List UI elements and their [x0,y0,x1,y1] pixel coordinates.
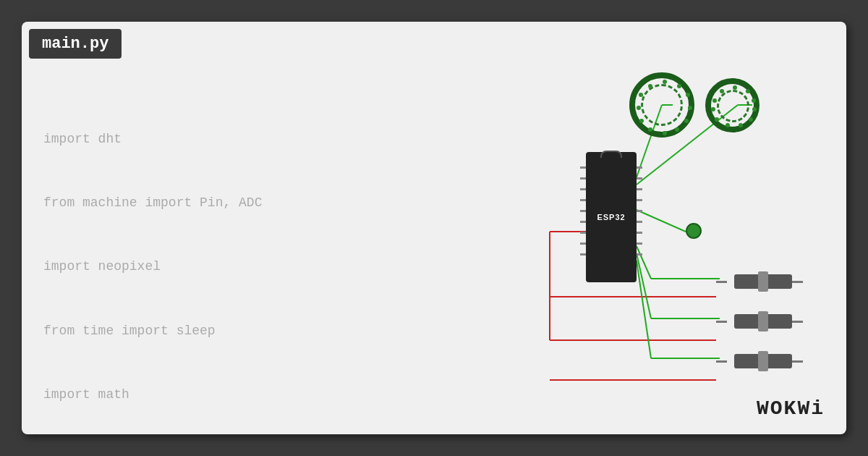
esp32-antenna [600,151,622,158]
esp32-pin [580,210,586,212]
ring-dot [677,84,681,88]
slider-2[interactable] [716,311,810,332]
slider-handle-2[interactable] [758,311,768,332]
wokwi-logo-text: WOKWi [757,397,825,420]
ring-dot [663,80,667,84]
ring-dot [746,89,750,93]
code-line-4: from time import sleep [43,321,333,342]
ring-dot [749,117,753,122]
ring-dot [637,106,641,110]
slider-pin [716,321,727,323]
slider-3[interactable] [716,351,810,371]
esp32-chip: ESP32 [586,152,637,282]
svg-line-7 [637,210,686,232]
ring-dot [711,107,715,111]
esp32-pin [580,253,586,256]
neopixel-ring-2 [705,78,760,132]
circuit-area: ESP32 [506,65,810,413]
neopixel-ring-1 [629,72,694,138]
slider-pin [792,281,803,283]
code-line-1: import dht [43,129,333,150]
slider-handle-1[interactable] [758,271,768,292]
esp32-pin [637,177,642,180]
code-line-2: from machine import Pin, ADC [43,193,333,214]
svg-line-12 [637,261,651,358]
esp32-pin [580,232,586,234]
slider-1[interactable] [716,271,810,292]
ring-dot [648,84,652,88]
esp32-pin [637,199,642,201]
code-line-5: import math [43,384,333,405]
ring-inner-2 [717,90,749,122]
title-bar: main.py [29,29,122,59]
main-card: main.py import dht from machine import P… [22,22,846,434]
button-component[interactable] [686,223,702,239]
code-line-3: import neopixel [43,256,333,277]
esp32-pin [580,166,586,169]
esp32-pin [580,242,586,245]
ring-dot [639,93,643,97]
ring-dot [715,117,719,122]
ring-dot [720,89,724,93]
ring-dot [752,107,757,111]
slider-body-3[interactable] [734,354,792,368]
slider-pin [716,281,727,283]
esp32-pin [637,253,642,256]
svg-line-8 [637,246,651,279]
esp32-pin [637,166,642,169]
title-text: main.py [42,35,109,53]
esp32-pin [637,232,642,234]
esp32-pin [637,210,642,212]
svg-line-10 [637,253,651,318]
ring-dot [686,93,690,97]
ring-dot [752,98,756,103]
esp32-label: ESP32 [597,213,625,221]
ring-dot [675,127,679,132]
slider-pin [716,360,727,363]
ring-dot [648,127,652,132]
ring-dot [733,85,737,90]
slider-handle-3[interactable] [758,351,768,371]
slider-body-1[interactable] [734,274,792,289]
wokwi-logo: WOKWi [757,397,825,420]
ring-dot [688,106,692,110]
esp32-pin [580,199,586,201]
ring-dot [739,123,743,127]
code-area: import dht from machine import Pin, ADC … [43,87,333,434]
esp32-pin [580,221,586,223]
slider-body-2[interactable] [734,314,792,329]
esp32-pin [580,188,586,190]
ring-dot [684,119,689,123]
esp32-pin [637,188,642,190]
slider-pin [792,321,803,323]
ring-dot [726,123,730,127]
ring-inner-1 [641,84,683,126]
ring-dot [639,119,644,123]
esp32-pin [637,221,642,223]
ring-dot [663,131,667,135]
esp32-pin [637,242,642,245]
esp32-pin [580,177,586,180]
ring-dot [712,98,717,103]
slider-pin [792,360,803,363]
